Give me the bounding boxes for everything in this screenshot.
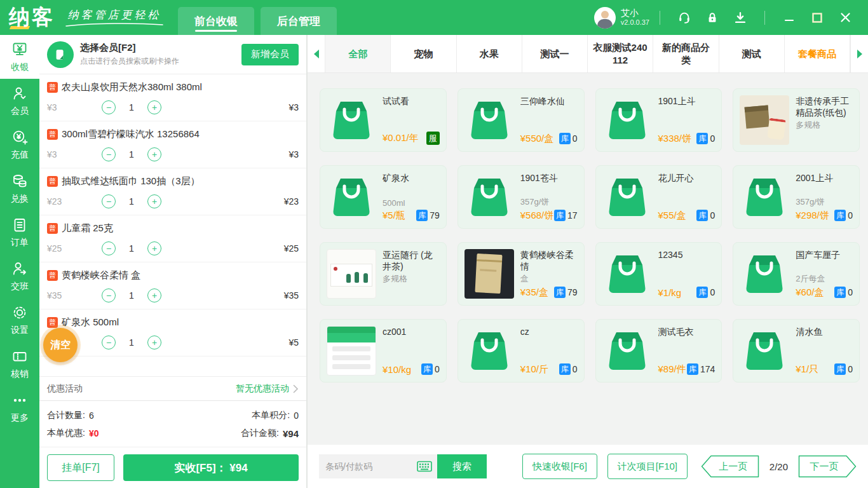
mode-tab[interactable]: 后台管理 xyxy=(261,7,337,35)
product-spec: 多规格 xyxy=(796,119,853,131)
sidebar-item[interactable]: 订单 xyxy=(0,210,39,254)
product-stock: 库 0 xyxy=(696,210,715,221)
promo-row[interactable]: 优惠活动 暂无优惠活动 xyxy=(39,376,306,400)
cart-item[interactable]: 普 农夫山泉饮用天然水380ml 380ml ¥3 − 1 + ¥3 xyxy=(39,74,306,121)
decrease-qty-button[interactable]: − xyxy=(102,147,116,161)
maximize-button[interactable] xyxy=(809,10,825,26)
product-card[interactable]: 国产车厘子 2斤每盒 ¥60/盒 库 0 xyxy=(733,242,860,306)
category-tab[interactable]: 衣服测试240112 xyxy=(588,35,653,72)
decrease-qty-button[interactable]: − xyxy=(102,100,116,114)
add-member-button[interactable]: 新增会员 xyxy=(241,44,299,65)
product-card[interactable]: cz ¥10/斤 库 0 xyxy=(458,319,585,383)
decrease-qty-button[interactable]: − xyxy=(102,241,116,255)
sidebar-item-label: 收银 xyxy=(11,62,29,73)
sidebar-item[interactable]: 兑换 xyxy=(0,166,39,210)
stock-count: 0 xyxy=(848,210,853,220)
product-card[interactable]: 清水鱼 ¥1/只 库 0 xyxy=(733,319,860,383)
sidebar-item[interactable]: 交班 xyxy=(0,254,39,298)
category-tab[interactable]: 宠物 xyxy=(391,35,456,72)
increase-qty-button[interactable]: + xyxy=(147,147,161,161)
product-bag-icon xyxy=(466,328,512,374)
product-card[interactable]: 花儿开心 ¥55/盒 库 0 xyxy=(595,165,722,229)
hold-order-button[interactable]: 挂单[F7] xyxy=(47,454,114,481)
product-image xyxy=(465,326,514,376)
prev-page-button[interactable]: 上一页 xyxy=(701,455,759,478)
download-icon[interactable] xyxy=(733,10,748,25)
clear-cart-button[interactable]: 清空 xyxy=(43,328,78,362)
minimize-button[interactable] xyxy=(781,10,797,26)
product-card[interactable]: 试试看 ¥0.01/年 服 xyxy=(320,88,447,152)
sidebar-item-icon xyxy=(11,41,28,60)
increase-qty-button[interactable]: + xyxy=(147,336,161,349)
bottom-bar: 搜索 快速收银[F6] 计次项目[F10] 上一页 2/20 下一页 xyxy=(308,445,868,488)
product-card[interactable]: 测试毛衣 ¥89/件 库 174 xyxy=(595,319,722,383)
decrease-qty-button[interactable]: − xyxy=(102,288,116,302)
decrease-qty-button[interactable]: − xyxy=(102,336,116,349)
sidebar-item[interactable]: 会员 xyxy=(0,79,39,123)
product-card[interactable]: 1901上斗 ¥338/饼 库 0 xyxy=(595,88,722,152)
keyboard-icon[interactable] xyxy=(417,461,432,472)
product-stock: 库 17 xyxy=(554,210,578,221)
category-tab[interactable]: 套餐商品 xyxy=(785,35,850,72)
product-name: 12345 xyxy=(658,249,715,261)
search-button[interactable]: 搜索 xyxy=(437,454,487,478)
increase-qty-button[interactable]: + xyxy=(147,241,161,255)
quantity-stepper: − 1 + xyxy=(102,241,161,255)
category-tab[interactable]: 新的商品分类 xyxy=(653,35,719,72)
mode-tab[interactable]: 前台收银 xyxy=(178,7,254,35)
checkout-button[interactable]: 实收[F5]： ¥94 xyxy=(123,454,299,481)
customer-service-icon[interactable] xyxy=(677,10,692,25)
product-image xyxy=(465,95,514,145)
cart-item[interactable]: 普 抽取式维达纸面巾 130抽（3层） ¥23 − 1 + ¥23 xyxy=(39,168,306,215)
quick-cashier-button[interactable]: 快速收银[F6] xyxy=(522,454,597,479)
cart-item-total: ¥25 xyxy=(284,243,299,254)
product-card[interactable]: 三仰峰水仙 ¥550/盒 库 0 xyxy=(458,88,585,152)
category-scroll-right-button[interactable] xyxy=(850,35,868,72)
pagination: 上一页 2/20 下一页 xyxy=(701,455,857,478)
close-button[interactable] xyxy=(837,10,853,26)
category-scroll-left-button[interactable] xyxy=(308,35,325,72)
cart-panel: 选择会员[F2] 点击进行会员搜索或刷卡操作 新增会员 普 农夫山泉饮用天然水3… xyxy=(39,35,306,488)
catalog-area: 全部宠物水果测试一衣服测试240112新的商品分类测试套餐商品 试试看 ¥0.0 xyxy=(306,35,868,488)
sidebar-item-icon xyxy=(11,85,28,104)
product-image xyxy=(740,326,789,376)
cart-actions: 挂单[F7] 实收[F5]： ¥94 xyxy=(39,447,306,488)
cart-item[interactable]: 普 儿童霜 25克 ¥25 − 1 + ¥25 xyxy=(39,215,306,262)
increase-qty-button[interactable]: + xyxy=(147,100,161,114)
sidebar-item[interactable]: 更多 xyxy=(0,386,39,430)
sidebar-item[interactable]: 设置 xyxy=(0,298,39,342)
sidebar-item[interactable]: 充值 xyxy=(0,123,39,166)
product-price: ¥55/盒 xyxy=(658,210,686,222)
category-tab[interactable]: 全部 xyxy=(325,35,391,72)
logo-text: 纳客 xyxy=(9,3,55,32)
product-price: ¥5/瓶 xyxy=(383,210,405,222)
product-card[interactable]: 12345 ¥1/kg 库 0 xyxy=(595,242,722,306)
next-page-button[interactable]: 下一页 xyxy=(798,455,857,478)
product-card[interactable]: 黄鹤楼峡谷柔情 盒 ¥35/盒 库 79 xyxy=(458,242,585,306)
sidebar-item[interactable]: 收银 xyxy=(0,35,39,79)
product-card[interactable]: 非遗传承手工精品茶(纸包) 多规格 xyxy=(733,88,860,152)
barcode-input[interactable] xyxy=(325,461,417,471)
decrease-qty-button[interactable]: − xyxy=(102,194,116,208)
category-tab[interactable]: 水果 xyxy=(457,35,522,72)
increase-qty-button[interactable]: + xyxy=(147,288,161,302)
product-card[interactable]: 亚运随行 (龙井茶) 多规格 xyxy=(320,242,447,306)
product-card[interactable]: 1901苍斗 357g/饼 ¥568/饼 库 17 xyxy=(458,165,585,229)
increase-qty-button[interactable]: + xyxy=(147,194,161,208)
product-image xyxy=(602,326,652,376)
lock-icon[interactable] xyxy=(705,10,720,25)
cart-item[interactable]: 普 矿泉水 500ml ¥5 − 1 + ¥5 xyxy=(39,309,306,356)
avatar[interactable] xyxy=(594,7,616,29)
member-select-bar[interactable]: 选择会员[F2] 点击进行会员搜索或刷卡操作 新增会员 xyxy=(39,35,306,74)
cart-item[interactable]: 普 黄鹤楼峡谷柔情 盒 ¥35 − 1 + ¥35 xyxy=(39,262,306,309)
cart-item-unit-price: ¥3 xyxy=(47,149,102,159)
category-tab[interactable]: 测试一 xyxy=(522,35,588,72)
normal-product-badge: 普 xyxy=(47,82,58,93)
count-item-button[interactable]: 计次项目[F10] xyxy=(607,454,688,479)
product-card[interactable]: 2001上斗 357g/饼 ¥298/饼 库 0 xyxy=(733,165,860,229)
product-card[interactable]: cz001 ¥10/kg 库 0 xyxy=(320,319,447,383)
sidebar-item[interactable]: 核销 xyxy=(0,342,39,386)
product-card[interactable]: 矿泉水 500ml ¥5/瓶 库 79 xyxy=(320,165,447,229)
category-tab[interactable]: 测试 xyxy=(719,35,785,72)
cart-item[interactable]: 普 300ml雪碧柠檬味汽水 13256864 ¥3 − 1 + ¥3 xyxy=(39,121,306,168)
